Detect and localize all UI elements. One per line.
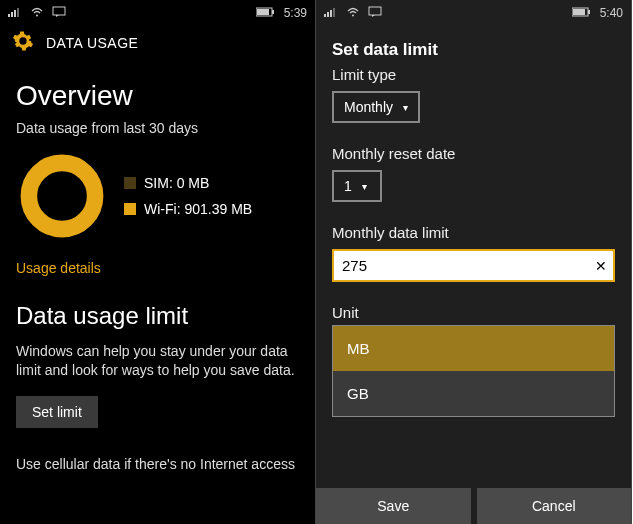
overview-heading: Overview bbox=[16, 80, 299, 112]
clock-time: 5:40 bbox=[600, 6, 623, 20]
swatch-wifi-icon bbox=[124, 203, 136, 215]
reset-date-label: Monthly reset date bbox=[332, 145, 615, 162]
limit-type-label: Limit type bbox=[332, 66, 615, 83]
svg-rect-12 bbox=[330, 10, 332, 17]
chevron-down-icon: ▾ bbox=[362, 181, 367, 192]
chevron-down-icon: ▾ bbox=[403, 102, 408, 113]
page-title: DATA USAGE bbox=[46, 35, 138, 51]
swatch-sim-icon bbox=[124, 177, 136, 189]
panel-title: Set data limit bbox=[332, 40, 615, 60]
screen-data-usage: 5:39 DATA USAGE Overview Data usage from… bbox=[0, 0, 316, 524]
svg-rect-0 bbox=[8, 14, 10, 17]
svg-rect-3 bbox=[17, 8, 19, 17]
data-limit-heading: Data usage limit bbox=[16, 302, 299, 330]
set-limit-button[interactable]: Set limit bbox=[16, 396, 98, 428]
legend-item-sim: SIM: 0 MB bbox=[124, 175, 252, 191]
battery-icon bbox=[572, 6, 592, 20]
limit-type-value: Monthly bbox=[344, 99, 393, 115]
unit-option-gb[interactable]: GB bbox=[333, 371, 614, 416]
legend-wifi-label: Wi-Fi: 901.39 MB bbox=[144, 201, 252, 217]
overview-subtitle: Data usage from last 30 days bbox=[16, 120, 299, 136]
notification-icon bbox=[52, 6, 66, 20]
svg-point-4 bbox=[36, 15, 38, 17]
reset-date-select[interactable]: 1 ▾ bbox=[332, 170, 382, 202]
svg-rect-8 bbox=[257, 9, 269, 15]
svg-rect-1 bbox=[11, 12, 13, 17]
wifi-icon bbox=[30, 6, 44, 20]
svg-rect-18 bbox=[573, 9, 585, 15]
svg-rect-7 bbox=[272, 10, 274, 14]
legend-sim-label: SIM: 0 MB bbox=[144, 175, 209, 191]
usage-donut-chart bbox=[16, 150, 108, 242]
legend-item-wifi: Wi-Fi: 901.39 MB bbox=[124, 201, 252, 217]
clock-time: 5:39 bbox=[284, 6, 307, 20]
data-limit-label: Monthly data limit bbox=[332, 224, 615, 241]
svg-rect-10 bbox=[324, 14, 326, 17]
battery-icon bbox=[256, 6, 276, 20]
settings-gear-icon bbox=[12, 30, 34, 56]
usage-details-link[interactable]: Usage details bbox=[16, 260, 101, 276]
status-bar: 5:39 bbox=[0, 0, 315, 22]
data-limit-input[interactable] bbox=[332, 249, 615, 282]
svg-point-9 bbox=[29, 163, 95, 229]
wifi-icon bbox=[346, 6, 360, 20]
signal-icon bbox=[324, 6, 338, 20]
cellular-fallback-text: Use cellular data if there's no Internet… bbox=[16, 456, 299, 472]
svg-rect-11 bbox=[327, 12, 329, 17]
svg-rect-2 bbox=[14, 10, 16, 17]
limit-type-select[interactable]: Monthly ▾ bbox=[332, 91, 420, 123]
screen-set-data-limit: 5:40 Set data limit Limit type Monthly ▾… bbox=[316, 0, 632, 524]
reset-date-value: 1 bbox=[344, 178, 352, 194]
action-bar: Save Cancel bbox=[316, 488, 631, 524]
svg-rect-5 bbox=[53, 7, 65, 15]
unit-label: Unit bbox=[332, 304, 615, 321]
svg-rect-13 bbox=[333, 8, 335, 17]
svg-point-14 bbox=[352, 15, 354, 17]
status-bar: 5:40 bbox=[316, 0, 631, 22]
svg-rect-17 bbox=[588, 10, 590, 14]
page-header: DATA USAGE bbox=[0, 22, 315, 60]
notification-icon bbox=[368, 6, 382, 20]
cancel-button[interactable]: Cancel bbox=[477, 488, 632, 524]
signal-icon bbox=[8, 6, 22, 20]
unit-option-mb[interactable]: MB bbox=[333, 326, 614, 371]
data-limit-description: Windows can help you stay under your dat… bbox=[16, 342, 299, 380]
save-button[interactable]: Save bbox=[316, 488, 471, 524]
unit-dropdown[interactable]: MB GB bbox=[332, 325, 615, 417]
svg-rect-15 bbox=[369, 7, 381, 15]
clear-input-icon[interactable]: ✕ bbox=[595, 258, 607, 274]
usage-chart-row: SIM: 0 MB Wi-Fi: 901.39 MB bbox=[16, 150, 299, 242]
usage-legend: SIM: 0 MB Wi-Fi: 901.39 MB bbox=[124, 175, 252, 217]
